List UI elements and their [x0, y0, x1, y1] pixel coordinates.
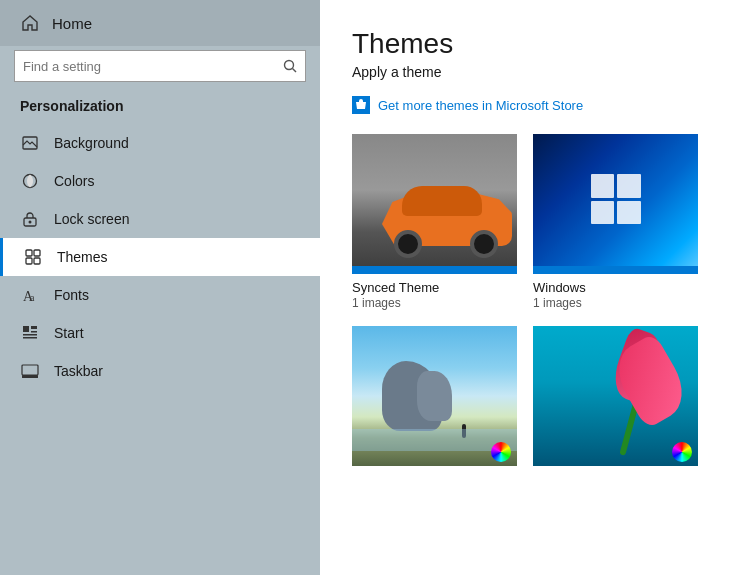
sidebar-item-fonts[interactable]: A a Fonts	[0, 276, 320, 314]
theme-card-windows[interactable]: Windows 1 images	[533, 134, 698, 310]
store-link-label: Get more themes in Microsoft Store	[378, 98, 583, 113]
svg-rect-16	[23, 337, 37, 339]
sidebar-item-colors[interactable]: Colors	[0, 162, 320, 200]
theme-name-synced: Synced Theme	[352, 280, 517, 295]
svg-line-1	[293, 69, 297, 73]
fonts-icon: A a	[20, 286, 40, 304]
sidebar: Home Personalization Background	[0, 0, 320, 575]
car-wheel-rear	[470, 230, 498, 258]
sidebar-item-lock-screen-label: Lock screen	[54, 211, 129, 227]
sidebar-item-taskbar-label: Taskbar	[54, 363, 103, 379]
theme-card-beach[interactable]	[352, 326, 517, 472]
search-box[interactable]	[14, 50, 306, 82]
sidebar-item-colors-label: Colors	[54, 173, 94, 189]
background-icon	[20, 134, 40, 152]
sidebar-item-home[interactable]: Home	[0, 0, 320, 46]
win-logo-pane-br	[617, 201, 641, 225]
color-wheel-badge-beach	[491, 442, 511, 462]
svg-rect-13	[31, 326, 37, 329]
windows-theme-bar	[533, 266, 698, 274]
main-content: Themes Apply a theme Get more themes in …	[320, 0, 730, 575]
svg-point-0	[285, 61, 294, 70]
search-icon	[283, 59, 297, 73]
beach-rock-small	[417, 371, 452, 421]
svg-rect-7	[34, 250, 40, 256]
home-icon	[20, 14, 40, 32]
sidebar-section-title: Personalization	[0, 92, 320, 124]
store-link[interactable]: Get more themes in Microsoft Store	[352, 96, 698, 114]
car-roof	[402, 186, 482, 216]
sidebar-item-lock-screen[interactable]: Lock screen	[0, 200, 320, 238]
theme-count-windows: 1 images	[533, 296, 698, 310]
theme-thumbnail-windows	[533, 134, 698, 274]
colors-icon	[20, 172, 40, 190]
search-input[interactable]	[23, 59, 283, 74]
theme-card-flower[interactable]	[533, 326, 698, 472]
theme-thumbnail-synced	[352, 134, 517, 274]
svg-text:a: a	[30, 292, 35, 303]
win-logo-pane-bl	[591, 201, 615, 225]
store-icon	[352, 96, 370, 114]
svg-rect-9	[34, 258, 40, 264]
car-wheel-front	[394, 230, 422, 258]
page-title: Themes	[352, 28, 698, 60]
sidebar-item-background-label: Background	[54, 135, 129, 151]
svg-rect-12	[23, 326, 29, 332]
sidebar-item-background[interactable]: Background	[0, 124, 320, 162]
sidebar-item-start-label: Start	[54, 325, 84, 341]
theme-thumbnail-flower	[533, 326, 698, 466]
themes-grid: Synced Theme 1 images Windows 1 images	[352, 134, 698, 472]
color-wheel-badge-flower	[672, 442, 692, 462]
themes-icon	[23, 248, 43, 266]
svg-rect-17	[22, 365, 38, 375]
win-logo-pane-tr	[617, 174, 641, 198]
page-subtitle: Apply a theme	[352, 64, 698, 80]
sidebar-home-label: Home	[52, 15, 92, 32]
svg-rect-14	[31, 331, 37, 333]
svg-rect-15	[23, 334, 37, 336]
sidebar-item-start[interactable]: Start	[0, 314, 320, 352]
svg-point-5	[29, 221, 32, 224]
sidebar-item-fonts-label: Fonts	[54, 287, 89, 303]
taskbar-icon	[20, 362, 40, 380]
theme-thumbnail-beach	[352, 326, 517, 466]
theme-name-windows: Windows	[533, 280, 698, 295]
start-icon	[20, 324, 40, 342]
lock-screen-icon	[20, 210, 40, 228]
theme-card-synced[interactable]: Synced Theme 1 images	[352, 134, 517, 310]
sidebar-item-themes-label: Themes	[57, 249, 108, 265]
windows-logo	[591, 174, 641, 224]
flower-petal-1	[607, 333, 695, 430]
theme-active-bar	[352, 266, 517, 274]
svg-rect-18	[22, 375, 38, 378]
svg-rect-8	[26, 258, 32, 264]
sidebar-item-taskbar[interactable]: Taskbar	[0, 352, 320, 390]
svg-rect-6	[26, 250, 32, 256]
sidebar-item-themes[interactable]: Themes	[0, 238, 320, 276]
win-logo-pane-tl	[591, 174, 615, 198]
theme-count-synced: 1 images	[352, 296, 517, 310]
search-icon-button[interactable]	[283, 59, 297, 73]
